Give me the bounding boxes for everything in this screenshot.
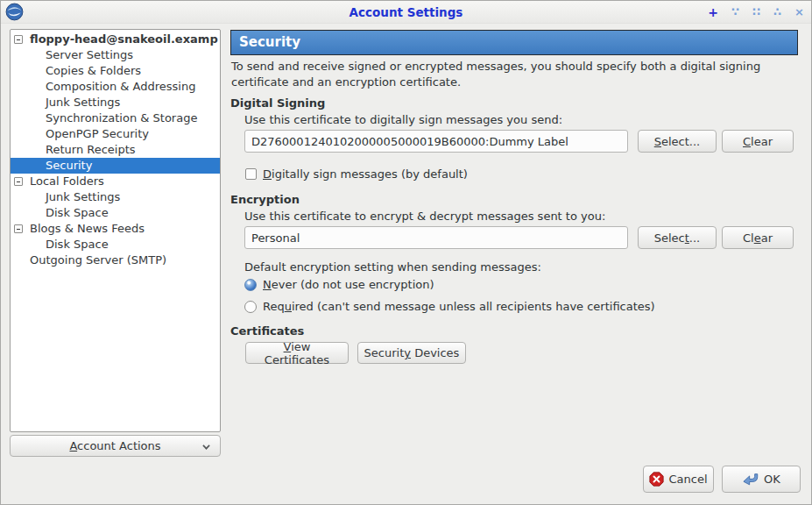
cancel-label: Cancel <box>668 473 707 486</box>
tree-item-security[interactable]: Security <box>11 158 220 174</box>
account-settings-window: Account Settings + ∵ ∷ ∴ × floppy-head@s… <box>0 0 812 505</box>
tree-item-junk-settings[interactable]: Junk Settings <box>11 95 220 110</box>
signing-instruction: Use this certificate to digitally sign m… <box>244 113 562 126</box>
sign-default-checkbox[interactable] <box>245 168 257 180</box>
encrypt-required-radio[interactable] <box>244 301 257 313</box>
tree-item-feeds-disk-space[interactable]: Disk Space <box>11 237 220 252</box>
encrypt-never-label: Never (do not use encryption) <box>263 278 434 291</box>
security-intro: To send and receive signed or encrypted … <box>231 59 805 90</box>
collapse-icon[interactable] <box>14 224 23 233</box>
security-panel-header: Security <box>230 30 798 55</box>
window-maximize-icon[interactable]: ∴ <box>773 1 781 24</box>
collapse-icon[interactable] <box>14 177 23 186</box>
tree-item-local-disk-space[interactable]: Disk Space <box>11 205 220 221</box>
window-controls: + ∵ ∷ ∴ × <box>708 1 804 24</box>
encrypt-never-radio[interactable] <box>244 279 257 291</box>
certificates-heading: Certificates <box>230 324 304 338</box>
tree-item-blogs-news-feeds[interactable]: Blogs & News Feeds <box>11 221 220 237</box>
encryption-select-button[interactable]: Select... <box>638 226 717 249</box>
chevron-down-icon <box>202 442 209 449</box>
signing-select-button[interactable]: Select... <box>638 130 717 153</box>
encryption-default-label: Default encryption setting when sending … <box>244 260 541 274</box>
encryption-clear-button[interactable]: Clear <box>722 226 794 249</box>
tree-item-openpgp-security[interactable]: OpenPGP Security <box>11 126 220 142</box>
tree-item-copies-folders[interactable]: Copies & Folders <box>11 63 220 79</box>
ok-label: OK <box>764 473 780 486</box>
encryption-instruction: Use this certificate to encrypt & decryp… <box>244 210 605 223</box>
tree-item-sync-storage[interactable]: Synchronization & Storage <box>11 110 220 126</box>
view-certificates-button[interactable]: View Certificates <box>245 342 349 364</box>
window-shade-icon[interactable]: ∵ <box>731 1 739 24</box>
tree-item-local-folders[interactable]: Local Folders <box>11 174 220 189</box>
account-tree: floppy-head@snakeoil.examp Server Settin… <box>10 29 221 432</box>
signing-cert-field[interactable] <box>244 130 628 153</box>
encrypt-required-label: Required (can't send message unless all … <box>263 300 655 313</box>
cancel-icon <box>649 472 664 487</box>
ok-button[interactable]: OK <box>722 466 801 493</box>
encryption-cert-field[interactable] <box>244 226 628 249</box>
collapse-icon[interactable] <box>14 35 23 44</box>
signing-clear-button[interactable]: Clear <box>722 130 794 153</box>
cancel-button[interactable]: Cancel <box>643 466 714 493</box>
account-actions-button[interactable]: Account Actions <box>10 435 221 457</box>
window-close-icon[interactable]: × <box>794 1 804 24</box>
ok-icon <box>742 472 759 487</box>
titlebar: Account Settings + ∵ ∷ ∴ × <box>1 1 811 24</box>
tree-item-outgoing-server[interactable]: Outgoing Server (SMTP) <box>11 252 220 268</box>
account-actions-label: Account Actions <box>69 439 160 452</box>
tree-item-server-settings[interactable]: Server Settings <box>11 47 220 63</box>
tree-item-account-root[interactable]: floppy-head@snakeoil.examp <box>11 32 220 47</box>
security-devices-button[interactable]: Security Devices <box>357 342 466 364</box>
tree-item-return-receipts[interactable]: Return Receipts <box>11 142 220 158</box>
window-title: Account Settings <box>1 1 811 24</box>
window-menu-icon[interactable]: + <box>708 1 718 24</box>
tree-item-local-junk-settings[interactable]: Junk Settings <box>11 189 220 205</box>
tree-item-composition-addressing[interactable]: Composition & Addressing <box>11 79 220 95</box>
encryption-heading: Encryption <box>230 193 300 206</box>
sign-default-label: Digitally sign messages (by default) <box>263 167 468 181</box>
signing-heading: Digital Signing <box>230 96 325 110</box>
window-minimize-icon[interactable]: ∷ <box>752 1 760 24</box>
